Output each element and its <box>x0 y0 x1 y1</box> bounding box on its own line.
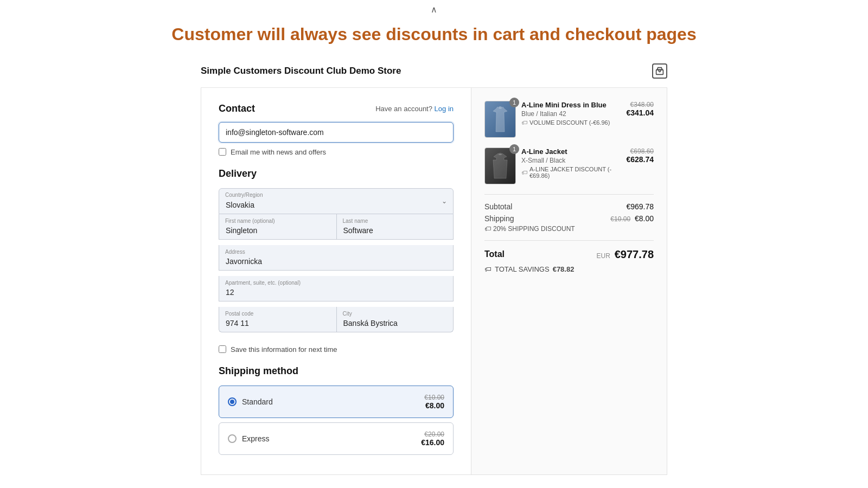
address-input[interactable] <box>219 245 454 271</box>
radio-standard <box>228 397 237 406</box>
shipping-new-price: €8.00 <box>635 214 654 223</box>
shipping-discount-note: 🏷 20% SHIPPING DISCOUNT <box>484 225 654 233</box>
jacket-price: €698.60 €628.74 <box>626 147 654 164</box>
save-info-label: Save this information for next time <box>231 345 337 354</box>
address-wrapper: Address <box>219 245 454 271</box>
shipping-option-express[interactable]: Express €20.00 €16.00 <box>219 422 454 455</box>
total-row: Total EUR €977.78 <box>484 248 654 261</box>
order-item-dress: 1 A-Line Mini Dress in Blue Blue / Itali… <box>484 101 654 138</box>
subtotal-label: Subtotal <box>484 202 512 211</box>
shipping-old-price: €10.00 <box>610 215 630 223</box>
subtotal-value: €969.78 <box>626 202 654 211</box>
tag-icon-3: 🏷 <box>484 225 491 233</box>
city-wrapper: City <box>336 307 454 332</box>
first-name-input[interactable] <box>219 214 336 240</box>
svg-point-2 <box>499 153 502 155</box>
login-link[interactable]: Log in <box>435 105 454 113</box>
dress-image-wrap: 1 <box>484 101 516 138</box>
newsletter-checkbox-row: Email me with news and offers <box>219 148 454 156</box>
shipping-row: Shipping €10.00 €8.00 <box>484 214 654 223</box>
save-info-row: Save this information for next time <box>219 345 454 354</box>
shipping-method-title: Shipping method <box>219 365 454 377</box>
save-info-checkbox[interactable] <box>219 345 226 353</box>
tag-icon-4: 🏷 <box>484 265 492 273</box>
last-name-input[interactable] <box>336 214 454 240</box>
apt-wrapper: Apartment, suite, etc. (optional) <box>219 276 454 301</box>
scroll-up-chevron[interactable]: ∧ <box>0 0 868 17</box>
divider-2 <box>484 240 654 241</box>
newsletter-checkbox[interactable] <box>219 148 226 156</box>
shipping-value: €10.00 €8.00 <box>610 214 654 223</box>
jacket-name: A-Line Jacket <box>521 147 621 156</box>
first-name-wrapper: First name (optional) <box>219 214 336 240</box>
shipping-express-label: Express <box>242 434 270 443</box>
country-select[interactable]: Slovakia <box>219 188 454 214</box>
tag-icon: 🏷 <box>521 119 527 126</box>
city-input[interactable] <box>336 307 454 332</box>
store-title: Simple Customers Discount Club Demo Stor… <box>201 66 401 76</box>
have-account-text: Have an account? Log in <box>375 105 454 113</box>
jacket-discount: 🏷 A-LINE JACKET DISCOUNT (-€69.86) <box>521 166 621 179</box>
delivery-section-title: Delivery <box>219 168 454 179</box>
last-name-wrapper: Last name <box>336 214 454 240</box>
postal-input[interactable] <box>219 307 336 332</box>
email-input[interactable] <box>219 122 454 143</box>
contact-section-title: Contact <box>219 103 255 114</box>
dress-name: A-Line Mini Dress in Blue <box>521 101 621 109</box>
jacket-details: A-Line Jacket X-Small / Black 🏷 A-LINE J… <box>521 147 621 179</box>
total-label: Total <box>484 249 505 259</box>
svg-point-1 <box>499 106 502 108</box>
shipping-option-standard[interactable]: Standard €10.00 €8.00 <box>219 386 454 418</box>
postal-wrapper: Postal code <box>219 307 336 332</box>
savings-row: 🏷 TOTAL SAVINGS €78.82 <box>484 265 654 273</box>
country-select-wrapper: Country/Region Slovakia ⌄ <box>219 188 454 214</box>
total-currency: EUR <box>596 252 610 260</box>
banner-text: Customer will always see discounts in ca… <box>0 17 868 57</box>
cart-icon[interactable] <box>652 63 667 79</box>
savings-label: TOTAL SAVINGS <box>495 265 550 273</box>
savings-value: €78.82 <box>553 265 575 273</box>
tag-icon-2: 🏷 <box>521 169 527 176</box>
jacket-image-wrap: 1 <box>484 147 516 184</box>
subtotal-row: Subtotal €969.78 <box>484 202 654 211</box>
dress-details: A-Line Mini Dress in Blue Blue / Italian… <box>521 101 621 126</box>
dress-badge: 1 <box>509 98 519 107</box>
shipping-standard-price: €10.00 €8.00 <box>424 394 444 410</box>
newsletter-label: Email me with news and offers <box>231 148 326 156</box>
shipping-standard-label: Standard <box>242 397 273 406</box>
shipping-label: Shipping <box>484 214 514 223</box>
radio-express <box>228 434 237 443</box>
dress-discount: 🏷 VOLUME DISCOUNT (-€6.96) <box>521 119 621 126</box>
total-amount: €977.78 <box>615 248 654 260</box>
shipping-express-price: €20.00 €16.00 <box>421 431 444 447</box>
total-value-block: EUR €977.78 <box>596 248 654 261</box>
jacket-badge: 1 <box>509 144 519 154</box>
dress-variant: Blue / Italian 42 <box>521 110 621 118</box>
order-item-jacket: 1 A-Line Jacket X-Small / Black 🏷 A-LINE… <box>484 147 654 184</box>
jacket-variant: X-Small / Black <box>521 157 621 164</box>
apt-input[interactable] <box>219 276 454 301</box>
dress-price: €348.00 €341.04 <box>626 101 654 117</box>
divider-1 <box>484 194 654 195</box>
